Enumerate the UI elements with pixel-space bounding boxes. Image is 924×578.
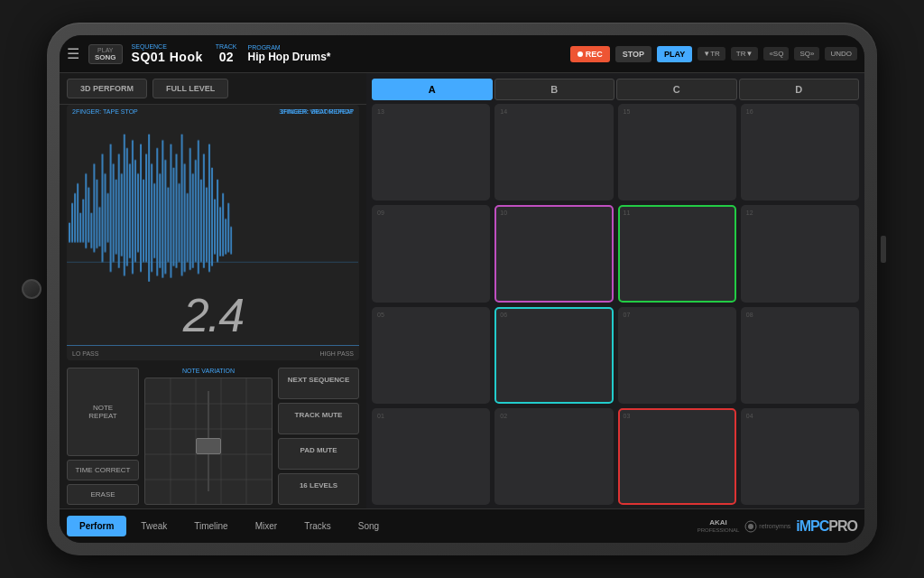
svg-rect-16 <box>113 163 115 262</box>
slider-thumb[interactable] <box>196 438 221 454</box>
bank-tab-c[interactable]: C <box>616 79 737 100</box>
slider-area[interactable] <box>144 378 273 505</box>
svg-rect-9 <box>93 163 95 252</box>
rec-button[interactable]: REC <box>570 46 610 62</box>
svg-rect-29 <box>148 135 150 282</box>
pad-03[interactable]: 03 <box>618 408 736 505</box>
svg-rect-20 <box>124 135 125 276</box>
pad-02[interactable]: 02 <box>494 408 613 505</box>
svg-rect-17 <box>116 180 117 255</box>
pad-number-08: 08 <box>746 312 753 318</box>
pad-number-06: 06 <box>500 312 507 318</box>
power-button[interactable] <box>881 236 886 263</box>
svg-rect-11 <box>98 207 100 247</box>
svg-rect-21 <box>126 148 128 266</box>
svg-rect-1 <box>71 203 73 243</box>
svg-rect-49 <box>203 154 205 267</box>
track-label: TRACK <box>216 43 237 50</box>
time-correct-button[interactable]: TIME CORRECT <box>67 460 139 480</box>
bank-tab-a[interactable]: A <box>372 79 493 100</box>
note-variation-block: NOTE VARIATION <box>144 368 273 505</box>
svg-rect-51 <box>208 144 210 273</box>
svg-rect-44 <box>189 148 191 270</box>
play-button[interactable]: PLAY <box>657 46 692 62</box>
pad-number-12: 12 <box>746 210 753 216</box>
svg-rect-28 <box>145 154 147 262</box>
nav-item-song[interactable]: Song <box>346 516 392 536</box>
note-repeat-box: NOTE REPEAT TIME CORRECT ERASE <box>67 368 139 505</box>
panel-header: 3D PERFORM FULL LEVEL <box>60 73 366 105</box>
sixteen-levels-button[interactable]: 16 LEVELS <box>278 473 359 505</box>
next-sequence-button[interactable]: NEXT SEQUENCE <box>278 368 359 399</box>
svg-rect-45 <box>192 173 194 267</box>
tape-stop-label: 2FINGER: TAPE STOP <box>72 108 138 115</box>
nav-item-mixer[interactable]: Mixer <box>243 516 290 536</box>
svg-rect-31 <box>153 183 155 258</box>
menu-icon[interactable]: ☰ <box>67 45 79 62</box>
pad-number-11: 11 <box>624 210 631 216</box>
svg-rect-53 <box>214 199 216 254</box>
pad-number-16: 16 <box>746 108 753 115</box>
pad-number-10: 10 <box>500 210 507 216</box>
bank-tab-b[interactable]: B <box>494 79 615 100</box>
svg-rect-14 <box>107 193 109 242</box>
stop-button[interactable]: STOP <box>615 46 651 62</box>
pad-12[interactable]: 12 <box>741 205 859 302</box>
left-panel: 3D PERFORM FULL LEVEL 2FINGER: TAPE STOP… <box>60 73 366 508</box>
sequence-name: SQ01 Hook <box>132 50 203 64</box>
retronymns-icon <box>744 520 757 533</box>
svg-point-70 <box>748 524 753 529</box>
pad-05[interactable]: 05 <box>372 307 490 404</box>
pad-14[interactable]: 14 <box>494 104 613 200</box>
home-button[interactable] <box>22 279 42 299</box>
pad-09[interactable]: 09 <box>372 205 490 302</box>
tr-down-button[interactable]: ▼TR <box>698 47 725 61</box>
sq-right-button[interactable]: SQ» <box>794 47 819 61</box>
nav-item-tracks[interactable]: Tracks <box>291 516 344 536</box>
svg-rect-3 <box>77 183 79 242</box>
bank-tab-d[interactable]: D <box>739 79 860 100</box>
pad-07[interactable]: 07 <box>618 307 736 404</box>
full-level-button[interactable]: FULL LEVEL <box>152 79 228 98</box>
erase-button[interactable]: ERASE <box>67 484 139 505</box>
play-song-button[interactable]: PLAY SONG <box>88 44 123 64</box>
pad-grid: 13141516091011120506070801020304 <box>372 104 859 508</box>
3d-perform-button[interactable]: 3D PERFORM <box>67 79 147 98</box>
waveform-area[interactable]: 2FINGER: TAPE STOP 3FINGER: VROOM DROP L… <box>67 105 359 360</box>
rec-dot-icon <box>578 51 583 57</box>
track-mute-button[interactable]: TRACK MUTE <box>278 403 359 434</box>
svg-rect-26 <box>140 144 142 273</box>
svg-rect-42 <box>184 163 186 272</box>
nav-item-tweak[interactable]: Tweak <box>128 516 180 536</box>
pad-15[interactable]: 15 <box>618 104 736 200</box>
note-repeat-button[interactable]: NOTE REPEAT <box>67 368 139 456</box>
sequence-block: SEQUENCE SQ01 Hook <box>132 43 203 64</box>
svg-rect-8 <box>90 213 92 248</box>
akai-logo: AKAIPROFESSIONAL <box>698 518 740 534</box>
svg-rect-33 <box>159 173 161 267</box>
lo-pass-label: LO PASS <box>72 350 98 357</box>
nav-item-timeline[interactable]: Timeline <box>181 516 240 536</box>
program-label: PROGRAM <box>248 44 331 51</box>
tr-up-button[interactable]: TR▼ <box>731 47 759 61</box>
undo-button[interactable]: UNDO <box>825 47 857 61</box>
pad-11[interactable]: 11 <box>618 205 736 302</box>
svg-rect-43 <box>187 193 189 262</box>
pad-04[interactable]: 04 <box>741 408 859 505</box>
svg-rect-12 <box>101 154 103 262</box>
pad-16[interactable]: 16 <box>741 104 859 200</box>
pad-10[interactable]: 10 <box>494 205 613 302</box>
pad-number-03: 03 <box>624 413 631 419</box>
pad-13[interactable]: 13 <box>372 104 490 200</box>
sq-left-button[interactable]: «SQ <box>763 47 789 61</box>
svg-rect-50 <box>206 187 208 262</box>
pad-01[interactable]: 01 <box>372 408 490 505</box>
pad-06[interactable]: 06 <box>494 307 613 404</box>
svg-rect-5 <box>82 199 84 242</box>
high-pass-label: HIGH PASS <box>319 350 354 357</box>
svg-rect-0 <box>69 223 70 243</box>
pad-08[interactable]: 08 <box>741 307 859 404</box>
bottom-controls: NOTE REPEAT TIME CORRECT ERASE NOTE VARI… <box>60 364 366 508</box>
pad-mute-button[interactable]: PAD MUTE <box>278 438 359 470</box>
nav-item-perform[interactable]: Perform <box>67 516 126 536</box>
